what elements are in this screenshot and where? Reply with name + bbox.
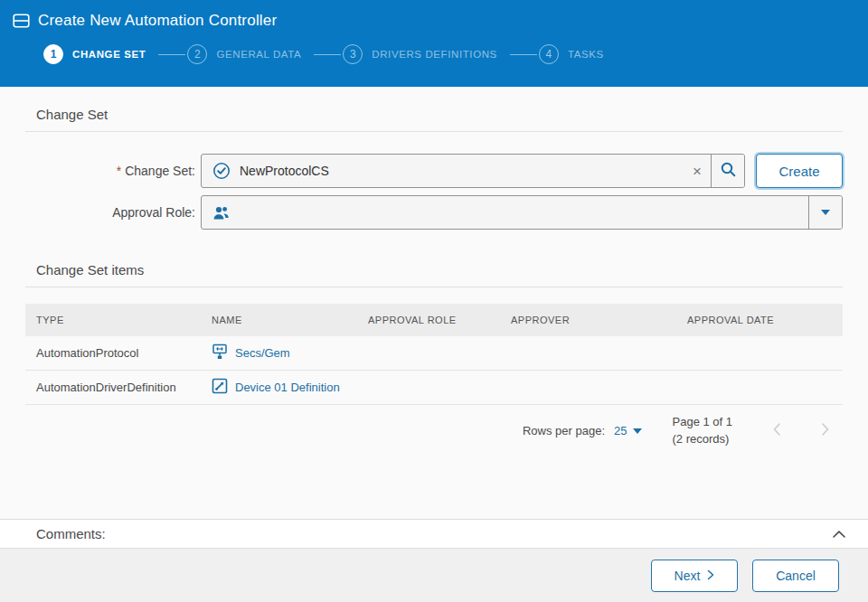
column-header-approval-date: APPROVAL DATE — [676, 304, 843, 336]
table-row: AutomationProtocol Secs/Gem — [25, 336, 843, 371]
chevron-right-icon — [707, 569, 714, 583]
approver-cell — [500, 336, 676, 371]
change-set-row: * Change Set: NewProtocolCS × — [25, 154, 843, 188]
approval-role-label: Approval Role: — [25, 195, 201, 230]
change-set-items-section-title: Change Set items — [25, 242, 843, 287]
page-title: Create New Automation Controller — [38, 12, 277, 30]
type-cell: AutomationProtocol — [25, 336, 201, 371]
page-info: Page 1 of 1 (2 records) — [673, 414, 733, 448]
step-drivers-definitions[interactable]: 3 DRIVERS DEFINITIONS — [343, 44, 497, 64]
approver-cell — [500, 371, 676, 405]
previous-page-button[interactable] — [769, 419, 785, 443]
driver-definition-icon — [212, 378, 228, 397]
step-connector — [510, 54, 537, 55]
step-1-circle: 1 — [43, 44, 63, 64]
column-header-name: NAME — [201, 304, 357, 336]
change-set-value: NewProtocolCS — [240, 164, 684, 178]
search-icon — [720, 161, 737, 181]
table-pagination: Rows per page: 25 Page 1 of 1 (2 records… — [25, 414, 843, 448]
cancel-button[interactable]: Cancel — [752, 560, 839, 592]
required-asterisk: * — [117, 164, 121, 178]
step-2-label: GENERAL DATA — [216, 49, 301, 60]
search-button[interactable] — [712, 155, 744, 187]
step-4-label: TASKS — [568, 49, 604, 60]
people-icon — [212, 205, 230, 221]
change-set-label: * Change Set: — [25, 154, 201, 188]
approval-role-row: Approval Role: — [25, 195, 843, 230]
next-button[interactable]: Next — [651, 560, 738, 592]
wizard-footer: Next Cancel — [0, 549, 868, 602]
chevron-up-icon[interactable] — [832, 526, 846, 542]
step-4-circle: 4 — [539, 44, 559, 64]
create-button[interactable]: Create — [756, 154, 843, 188]
item-link-device-01-definition[interactable]: Device 01 Definition — [235, 381, 340, 394]
approval-date-cell — [676, 371, 843, 405]
column-header-type: TYPE — [25, 304, 201, 336]
rows-per-page-label: Rows per page: — [523, 424, 605, 437]
table-header-row: TYPE NAME APPROVAL ROLE APPROVER APPROVA… — [25, 304, 843, 336]
change-set-input[interactable]: NewProtocolCS × — [201, 154, 745, 188]
wizard-content: Change Set * Change Set: NewProtocolCS × — [0, 87, 868, 448]
approval-role-cell — [357, 371, 500, 405]
step-3-circle: 3 — [343, 44, 363, 64]
comments-label: Comments: — [36, 526, 106, 541]
page-number-text: Page 1 of 1 — [673, 414, 733, 431]
step-3-label: DRIVERS DEFINITIONS — [372, 49, 497, 60]
approval-role-input[interactable] — [201, 195, 843, 230]
chevron-down-icon — [633, 428, 642, 434]
step-2-circle: 2 — [187, 44, 207, 64]
clear-icon[interactable]: × — [684, 155, 711, 187]
chevron-down-icon — [821, 210, 830, 215]
next-button-label: Next — [675, 569, 701, 583]
step-tasks[interactable]: 4 TASKS — [539, 44, 604, 64]
comments-panel-toggle[interactable]: Comments: — [0, 519, 868, 549]
rows-per-page-dropdown[interactable]: 25 — [614, 424, 641, 437]
rows-per-page-value: 25 — [614, 424, 627, 437]
chevron-left-icon — [772, 422, 781, 439]
approval-role-cell — [357, 336, 500, 371]
approval-date-cell — [676, 336, 843, 371]
next-page-button[interactable] — [817, 419, 834, 443]
change-set-section-title: Change Set — [25, 87, 843, 132]
approval-role-dropdown-button[interactable] — [809, 196, 842, 229]
type-cell: AutomationDriverDefinition — [25, 371, 201, 405]
wizard-header: Create New Automation Controller 1 CHANG… — [0, 0, 868, 87]
step-general-data[interactable]: 2 GENERAL DATA — [187, 44, 301, 64]
check-circle-icon — [212, 162, 231, 180]
step-connector — [314, 54, 341, 55]
table-row: AutomationDriverDefinition Device 01 Def… — [25, 371, 843, 405]
wizard-stepper: 1 CHANGE SET 2 GENERAL DATA 3 DRIVERS DE… — [43, 44, 855, 64]
step-1-label: CHANGE SET — [72, 49, 146, 60]
step-change-set[interactable]: 1 CHANGE SET — [43, 44, 146, 64]
chevron-right-icon — [821, 422, 830, 439]
collapse-window-icon[interactable] — [13, 14, 30, 28]
protocol-network-icon — [212, 343, 228, 362]
change-set-items-table: TYPE NAME APPROVAL ROLE APPROVER APPROVA… — [25, 304, 843, 405]
item-link-secs-gem[interactable]: Secs/Gem — [235, 346, 290, 360]
column-header-approval-role: APPROVAL ROLE — [357, 304, 500, 336]
record-count-text: (2 records) — [673, 431, 733, 448]
step-connector — [158, 54, 185, 55]
column-header-approver: APPROVER — [500, 304, 676, 336]
